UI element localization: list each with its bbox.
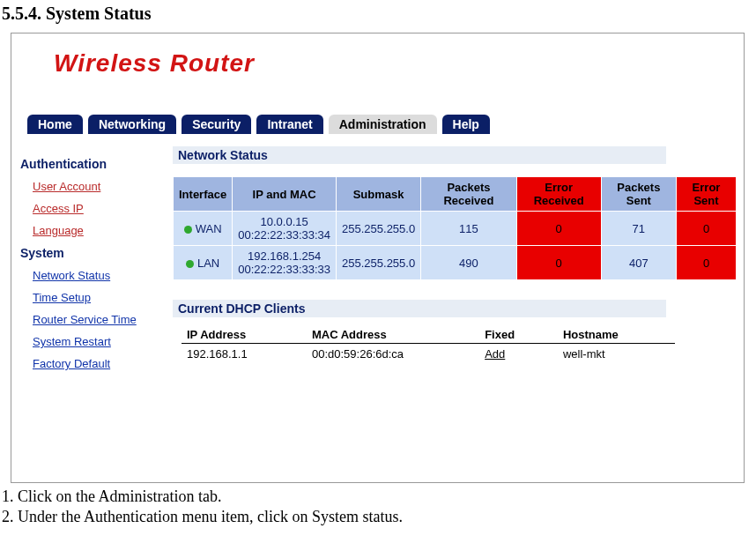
th-submask: Submask [337,177,421,212]
cell-packets-sent: 407 [601,246,676,280]
network-status-table: Interface IP and MAC Submask Packets Rec… [173,176,737,280]
cell-ip: 192.168.1.1 [182,344,307,365]
cell-interface-text: LAN [197,257,219,270]
cell-ip-mac: 192.168.1.25400:22:22:33:33:33 [233,246,337,280]
instructions: 1. Click on the Administration tab. 2. U… [2,487,756,527]
cell-error-sent: 0 [677,212,737,246]
table-header-row: IP Address MAC Address Fixed Hostname [182,326,675,344]
th-fixed: Fixed [479,326,558,344]
th-error-recv: Error Received [516,177,601,212]
status-dot-icon [186,260,194,268]
cell-interface: WAN [174,212,233,246]
dhcp-clients-title: Current DHCP Clients [173,300,666,317]
cell-error-recv: 0 [516,212,601,246]
router-screenshot: Wireless Router Home Networking Security… [11,33,745,483]
table-row: LAN 192.168.1.25400:22:22:33:33:33 255.2… [174,246,737,280]
tab-administration[interactable]: Administration [329,115,437,134]
th-ip-mac: IP and MAC [233,177,337,212]
cell-mac: 00:22:22:33:33:34 [238,228,330,242]
th-ip: IP Address [182,326,307,344]
sidebar-item-router-service-time[interactable]: Router Service Time [33,313,164,326]
cell-ip-mac: 10.0.0.1500:22:22:33:33:34 [233,212,337,246]
th-hostname: Hostname [558,326,675,344]
table-header-row: Interface IP and MAC Submask Packets Rec… [174,177,737,212]
cell-interface: LAN [174,246,233,280]
tab-home[interactable]: Home [27,115,83,134]
th-packets-recv: Packets Received [421,177,517,212]
sidebar: Authentication User Account Access IP La… [11,134,164,482]
table-row: WAN 10.0.0.1500:22:22:33:33:34 255.255.2… [174,212,737,246]
cell-submask: 255.255.255.0 [337,246,421,280]
network-status-title: Network Status [173,146,666,164]
sidebar-group-authentication: Authentication [20,157,164,171]
main-content: Network Status Interface IP and MAC Subm… [164,134,744,482]
cell-packets-sent: 71 [601,212,676,246]
tab-security[interactable]: Security [182,115,251,134]
sidebar-item-network-status[interactable]: Network Status [33,269,164,282]
cell-mac: 00:d0:59:26:6d:ca [307,344,479,365]
sidebar-item-access-ip[interactable]: Access IP [33,202,164,215]
sidebar-group-system: System [20,246,164,260]
th-interface: Interface [174,177,233,212]
table-row: 192.168.1.1 00:d0:59:26:6d:ca Add well-m… [182,344,675,365]
top-nav: Home Networking Security Intranet Admini… [11,115,744,134]
sidebar-item-language[interactable]: Language [33,224,164,237]
instruction-step-2: 2. Under the Authentication menu item, c… [2,507,756,527]
tab-networking[interactable]: Networking [88,115,176,134]
add-fixed-link[interactable]: Add [485,347,505,361]
dhcp-clients-table: IP Address MAC Address Fixed Hostname 19… [182,326,675,364]
cell-ip: 192.168.1.254 [248,249,321,263]
cell-fixed: Add [479,344,558,365]
brand-title: Wireless Router [54,49,255,77]
status-dot-icon [184,226,192,234]
cell-error-sent: 0 [677,246,737,280]
sidebar-item-time-setup[interactable]: Time Setup [33,291,164,304]
cell-packets-recv: 490 [421,246,517,280]
cell-interface-text: WAN [196,222,222,235]
cell-mac: 00:22:22:33:33:33 [238,263,330,276]
brand-area: Wireless Router [11,33,744,115]
cell-packets-recv: 115 [421,212,517,246]
cell-ip: 10.0.0.15 [261,215,308,228]
th-error-sent: Error Sent [677,177,737,212]
th-mac: MAC Address [307,326,479,344]
sidebar-item-user-account[interactable]: User Account [33,180,164,193]
cell-submask: 255.255.255.0 [337,212,421,246]
page-heading: 5.5.4. System Status [2,4,756,24]
instruction-step-1: 1. Click on the Administration tab. [2,487,756,507]
cell-hostname: well-mkt [558,344,675,365]
tab-intranet[interactable]: Intranet [256,115,322,134]
tab-help[interactable]: Help [442,115,490,134]
sidebar-item-factory-default[interactable]: Factory Default [33,357,164,370]
sidebar-item-system-restart[interactable]: System Restart [33,335,164,348]
th-packets-sent: Packets Sent [601,177,676,212]
cell-error-recv: 0 [516,246,601,280]
